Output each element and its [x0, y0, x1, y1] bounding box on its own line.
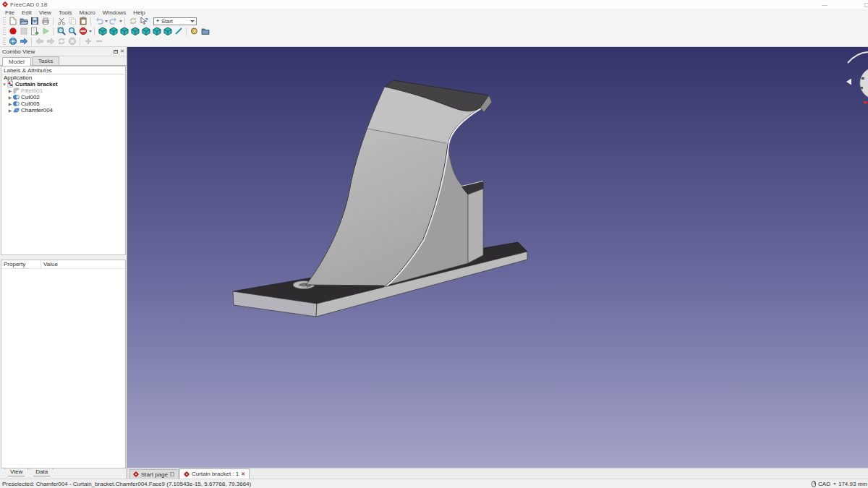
print-icon[interactable]	[40, 17, 51, 26]
tree-item-fillet001[interactable]: ▶ Fillet001	[1, 87, 125, 94]
model-tree: Labels & Attributes Application ▼ Curtai…	[1, 66, 126, 255]
status-bar: Preselected: Chamfer004 - Curtain_bracke…	[0, 479, 868, 488]
gold-tool-icon[interactable]	[189, 27, 200, 36]
tree-item-chamfer004[interactable]: ▶ Chamfer004	[1, 107, 125, 114]
edit-paste-icon[interactable]	[77, 17, 88, 26]
toolbar-navigation	[0, 36, 868, 46]
minimize-icon[interactable]: —	[822, 0, 827, 9]
menu-windows[interactable]: Windows	[99, 9, 129, 16]
view-rear-icon[interactable]	[140, 27, 151, 36]
draw-style-dropdown-icon[interactable]	[89, 30, 92, 33]
menu-tools[interactable]: Tools	[55, 9, 76, 16]
maximize-icon[interactable]: ▢	[864, 0, 868, 9]
expander-open-icon[interactable]: ▼	[1, 82, 7, 87]
edit-copy-icon[interactable]	[67, 17, 77, 26]
3d-viewport[interactable]	[127, 47, 868, 468]
workbench-selector[interactable]: ✦ Start	[153, 17, 197, 25]
tab-data[interactable]: Data	[30, 468, 54, 476]
tree-item-document[interactable]: ▼ Curtain bracket	[1, 81, 125, 87]
tab-close-icon[interactable]	[170, 472, 174, 476]
toolbar-separator	[31, 38, 32, 46]
view-front-icon[interactable]	[108, 27, 119, 36]
dimension-readout: 174.93 mm	[838, 481, 867, 487]
fit-selection-icon[interactable]	[67, 27, 77, 36]
refresh-icon[interactable]	[127, 17, 138, 26]
main-area: Combo View ✕ Model Tasks Labels & Attrib…	[0, 47, 868, 479]
web-forward-icon[interactable]	[18, 37, 29, 46]
value-column: Value	[41, 260, 60, 268]
tree-label-cut005: Cut005	[21, 100, 40, 107]
page-stop-icon[interactable]	[67, 37, 77, 46]
menu-file[interactable]: File	[1, 9, 18, 16]
float-panel-icon[interactable]	[114, 50, 118, 53]
toolbar-separator	[186, 27, 187, 35]
macro-play-icon[interactable]	[40, 27, 51, 36]
view-right-icon[interactable]	[129, 27, 140, 36]
tree-column-header: Labels & Attributes	[1, 67, 125, 74]
menu-view[interactable]: View	[35, 9, 55, 16]
document-icon	[7, 81, 14, 87]
tab-tasks[interactable]: Tasks	[32, 56, 59, 65]
cut-icon	[13, 94, 20, 100]
expander-closed-icon[interactable]: ▶	[7, 95, 13, 100]
view-left-icon[interactable]	[162, 27, 173, 36]
zoom-in-icon[interactable]	[82, 37, 93, 46]
whats-this-icon[interactable]: ?	[138, 17, 149, 26]
macro-record-icon[interactable]	[7, 27, 18, 36]
toolbar-area: ? ✦ Start	[0, 16, 868, 47]
3d-scene[interactable]	[127, 47, 868, 468]
tree-label-document: Curtain bracket	[15, 81, 58, 87]
page-refresh-icon[interactable]	[56, 37, 67, 46]
macro-stop-icon[interactable]	[18, 27, 29, 36]
tab-model[interactable]: Model	[2, 57, 31, 66]
tree-item-application[interactable]: Application	[1, 74, 125, 81]
mdi-tab-start-page[interactable]: Start page	[129, 469, 179, 479]
edit-cut-icon[interactable]	[56, 17, 67, 26]
toolbar-handle[interactable]	[3, 27, 6, 35]
tree-item-cut002[interactable]: ▶ Cut002	[1, 94, 125, 100]
menu-macro[interactable]: Macro	[76, 9, 99, 16]
tree-label-chamfer004: Chamfer004	[21, 107, 53, 114]
mdi-tab-curtain-bracket[interactable]: Curtain bracket : 1 ✕	[179, 468, 250, 479]
toolbar-handle[interactable]	[3, 17, 6, 25]
fit-all-icon[interactable]	[56, 27, 67, 36]
toolbar-handle[interactable]	[3, 38, 6, 45]
tab-view[interactable]: View	[4, 468, 28, 476]
menu-edit[interactable]: Edit	[18, 9, 35, 16]
property-tab-bar: View Data	[0, 468, 127, 479]
tab-close-icon[interactable]: ✕	[241, 471, 245, 477]
model-column-front-face[interactable]	[468, 189, 483, 263]
expander-closed-icon[interactable]: ▶	[7, 88, 13, 93]
close-panel-icon[interactable]: ✕	[120, 48, 124, 54]
redo-dropdown-icon[interactable]	[119, 20, 122, 22]
freecad-logo-icon	[184, 471, 190, 477]
redo-icon[interactable]	[108, 17, 119, 26]
view-axonometric-icon[interactable]	[97, 27, 108, 36]
draw-style-icon[interactable]	[77, 27, 88, 36]
expander-closed-icon[interactable]: ▶	[7, 108, 13, 113]
expander-closed-icon[interactable]: ▶	[7, 101, 13, 106]
property-header: Property Value	[1, 260, 125, 269]
view-bottom-icon[interactable]	[151, 27, 162, 36]
zoom-out-icon[interactable]	[93, 37, 104, 46]
view-top-icon[interactable]	[119, 27, 129, 36]
file-browser-icon[interactable]	[200, 27, 210, 36]
open-file-icon[interactable]	[18, 17, 29, 26]
new-file-icon[interactable]	[7, 17, 18, 26]
measure-distance-icon[interactable]	[173, 27, 184, 36]
macro-edit-icon[interactable]	[29, 27, 40, 36]
undo-icon[interactable]	[93, 17, 104, 26]
save-icon[interactable]	[29, 17, 40, 26]
nav-style-button[interactable]: CAD	[818, 481, 830, 487]
chamfer-icon	[13, 107, 20, 114]
combo-view-panel: Combo View ✕ Model Tasks Labels & Attrib…	[0, 47, 127, 479]
web-home-icon[interactable]	[7, 37, 18, 46]
workbench-value: Start	[161, 18, 173, 25]
property-editor: Property Value	[1, 260, 126, 468]
fillet-icon	[13, 87, 20, 94]
nav-back-icon[interactable]	[34, 37, 45, 46]
menu-help[interactable]: Help	[129, 9, 148, 16]
nav-style-dropdown-icon[interactable]	[833, 483, 836, 485]
nav-forward-icon[interactable]	[45, 37, 56, 46]
tree-item-cut005[interactable]: ▶ Cut005	[1, 100, 125, 107]
